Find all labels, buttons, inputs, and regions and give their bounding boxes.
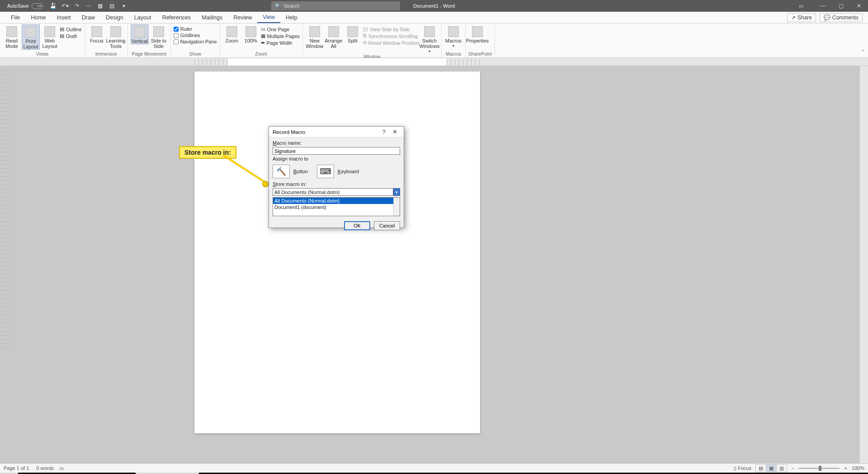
zoom-button[interactable]: Zoom <box>223 24 241 43</box>
dialog-help-button[interactable]: ? <box>378 128 389 135</box>
redo-icon[interactable]: ↷ <box>73 2 80 9</box>
print-view-icon[interactable]: ▦ <box>766 464 777 472</box>
save-icon[interactable]: 💾 <box>50 2 57 9</box>
combo-dropdown-button[interactable]: ▾ <box>393 188 400 196</box>
macros-button[interactable]: Macros▾ <box>444 24 462 48</box>
vertical-button[interactable]: Vertical <box>131 24 149 44</box>
tab-insert[interactable]: Insert <box>52 13 76 23</box>
spell-check-icon[interactable]: ▭ <box>59 465 64 471</box>
qat-icon[interactable]: ▤ <box>108 2 116 9</box>
page-indicator[interactable]: Page 1 of 1 <box>4 465 29 471</box>
outline-icon: ▤ <box>60 26 64 32</box>
dropdown-option[interactable]: Document1 (document) <box>273 204 400 210</box>
switch-windows-button[interactable]: Switch Windows▾ <box>420 24 439 54</box>
keyboard-icon: ⌨ <box>317 165 334 178</box>
document-page[interactable] <box>194 71 480 433</box>
tab-draw[interactable]: Draw <box>76 13 100 23</box>
assign-macro-label: Assign macro to <box>273 156 400 161</box>
properties-icon <box>472 26 483 37</box>
tab-file[interactable]: File <box>5 13 25 23</box>
split-icon <box>347 26 358 37</box>
gridlines-checkbox[interactable]: Gridlines <box>174 33 217 38</box>
cancel-button[interactable]: Cancel <box>374 221 400 230</box>
read-mode-button[interactable]: Read Mode <box>3 24 21 49</box>
dropdown-option[interactable]: All Documents (Normal.dotm) <box>273 198 400 204</box>
assign-button-option[interactable]: 🔨 Button <box>273 165 308 178</box>
tab-mailings[interactable]: Mailings <box>196 13 228 23</box>
new-window-button[interactable]: New Window <box>306 24 324 49</box>
ribbon-display-icon[interactable]: ▭ <box>793 0 809 12</box>
tab-home[interactable]: Home <box>25 13 51 23</box>
tab-layout[interactable]: Layout <box>129 13 157 23</box>
comments-button[interactable]: 💬Comments <box>820 13 863 22</box>
minimize-button[interactable]: — <box>814 0 832 12</box>
learning-tools-button[interactable]: Learning Tools <box>107 24 125 49</box>
store-macro-combo[interactable]: All Documents (Normal.dotm) ▾ <box>273 188 400 196</box>
reset-window-button: ⟲Reset Window Position <box>363 40 420 46</box>
dropdown-scrollbar[interactable] <box>393 198 400 216</box>
collapse-ribbon-icon[interactable]: ˄ <box>862 49 864 56</box>
tab-review[interactable]: Review <box>228 13 257 23</box>
outline-button[interactable]: ▤Outline <box>60 26 82 32</box>
side-to-side-button[interactable]: Side to Side <box>150 24 168 49</box>
autosave-toggle[interactable]: Off <box>32 3 43 9</box>
focus-button[interactable]: Focus <box>88 24 106 43</box>
dialog-title: Record Macro <box>273 129 305 135</box>
zoom-slider[interactable] <box>799 468 840 469</box>
web-layout-button[interactable]: Web Layout <box>41 24 59 49</box>
horizontal-ruler[interactable] <box>194 58 480 66</box>
side-to-side-icon <box>153 26 164 37</box>
undo-icon[interactable]: ↶▾ <box>61 2 69 9</box>
page-width-icon: ⬌ <box>261 40 265 46</box>
draft-button[interactable]: ▤Draft <box>60 33 82 39</box>
read-view-icon[interactable]: ▤ <box>755 464 766 472</box>
ruler-checkbox[interactable]: Ruler <box>174 26 217 32</box>
multiple-pages-button[interactable]: ▦Multiple Pages <box>261 33 300 39</box>
split-button[interactable]: Split <box>344 24 362 43</box>
page-width-button[interactable]: ⬌Page Width <box>261 40 300 46</box>
close-button[interactable]: ✕ <box>850 0 868 12</box>
qat-icon[interactable]: ▦ <box>97 2 104 9</box>
vertical-ruler[interactable] <box>1 71 8 351</box>
side-by-side-button: ▯▯View Side by Side <box>363 26 420 32</box>
zoom-level[interactable]: 100% <box>852 465 864 471</box>
arrange-all-button[interactable]: Arrange All <box>325 24 343 49</box>
word-count[interactable]: 0 words <box>36 465 54 471</box>
zoom-icon <box>226 26 237 37</box>
zoom-in-button[interactable]: + <box>844 465 847 471</box>
assign-keyboard-option[interactable]: ⌨ Keyboard <box>317 165 359 178</box>
vertical-scrollbar[interactable] <box>860 66 868 463</box>
macro-name-input[interactable] <box>273 147 400 155</box>
ok-button[interactable]: OK <box>344 221 370 230</box>
store-macro-label: Store macro in: <box>273 181 400 187</box>
search-box[interactable]: 🔍 Search <box>271 1 400 10</box>
dialog-close-button[interactable]: ✕ <box>389 128 400 135</box>
arrange-all-icon <box>328 26 339 37</box>
properties-button[interactable]: Properties <box>468 24 486 43</box>
tab-help[interactable]: Help <box>280 13 303 23</box>
sync-scroll-icon: ⇅ <box>363 33 367 39</box>
one-page-button[interactable]: ▭One Page <box>261 26 300 32</box>
group-zoom-label: Zoom <box>223 51 300 57</box>
tab-references[interactable]: References <box>156 13 196 23</box>
switch-windows-icon <box>424 26 435 37</box>
maximize-button[interactable]: ▢ <box>832 0 850 12</box>
web-view-icon[interactable]: ▥ <box>776 464 787 472</box>
share-button[interactable]: ↗Share <box>787 13 816 22</box>
document-area <box>0 66 868 463</box>
side-by-side-icon: ▯▯ <box>363 26 368 32</box>
focus-mode-button[interactable]: ▯ Focus <box>734 465 751 471</box>
reset-window-icon: ⟲ <box>363 40 367 46</box>
macros-icon <box>448 26 459 37</box>
document-title: Document1 - Word <box>413 3 455 9</box>
zoom-out-button[interactable]: − <box>792 465 794 471</box>
zoom-100-button[interactable]: 100% <box>242 24 260 43</box>
share-icon: ↗ <box>791 14 796 21</box>
print-layout-button[interactable]: Print Layout <box>22 24 40 50</box>
qat-icon[interactable]: ⋯ <box>85 2 92 9</box>
qat-dropdown-icon[interactable]: ▾ <box>120 2 127 9</box>
macro-name-label: Macro name: <box>273 140 400 146</box>
tab-design[interactable]: Design <box>100 13 129 23</box>
nav-pane-checkbox[interactable]: Navigation Pane <box>174 39 217 44</box>
tab-view[interactable]: View <box>257 12 280 23</box>
